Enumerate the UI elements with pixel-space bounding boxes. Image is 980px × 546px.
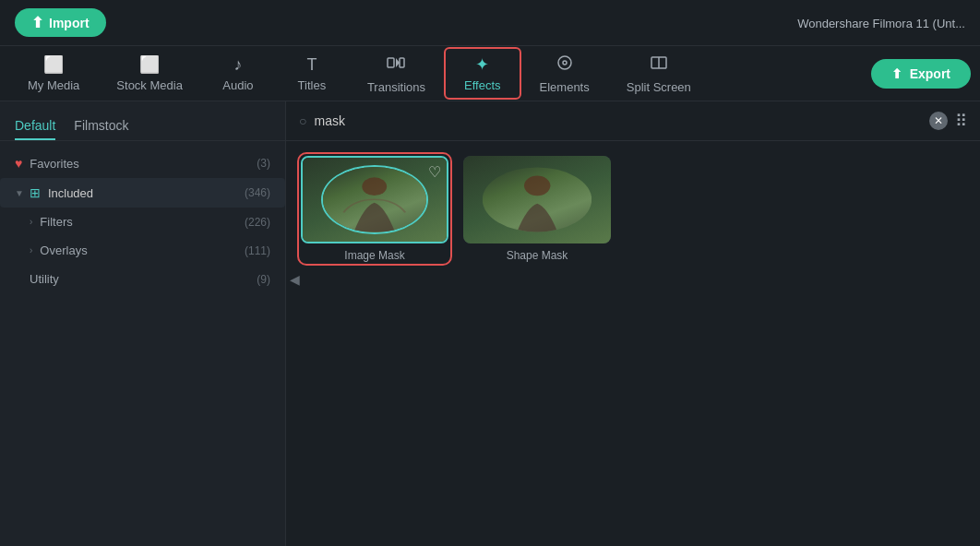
- tab-my-media-label: My Media: [28, 78, 79, 92]
- effects-grid: ♡ Image Mask: [286, 141, 980, 277]
- overlays-count: (111): [245, 244, 270, 257]
- tab-audio-label: Audio: [222, 78, 253, 92]
- tab-split-screen[interactable]: Split Screen: [608, 48, 710, 100]
- utility-label: Utility: [30, 272, 59, 286]
- tab-elements-label: Elements: [540, 80, 590, 94]
- grid-icon: ⊞: [30, 185, 41, 200]
- tab-titles-label: Titles: [298, 78, 327, 92]
- right-panel: ○ ✕ ⠿: [286, 101, 980, 546]
- titles-icon: T: [306, 55, 317, 75]
- tab-audio[interactable]: ♪ Audio: [201, 50, 275, 98]
- overlays-label: Overlays: [40, 243, 87, 257]
- transitions-icon: [387, 53, 405, 77]
- stock-media-icon: ⬜: [139, 54, 160, 75]
- svg-point-3: [558, 56, 571, 69]
- filters-count: (226): [245, 216, 270, 229]
- shape-mask-label: Shape Mask: [507, 249, 568, 262]
- sidebar-item-favorites[interactable]: ♥ Favorites (3): [0, 148, 285, 178]
- svg-rect-2: [400, 58, 404, 67]
- favorites-label: Favorites: [30, 157, 78, 171]
- import-icon: ⬆: [31, 14, 43, 31]
- tab-split-screen-label: Split Screen: [627, 80, 691, 94]
- tab-stock-media-label: Stock Media: [116, 78, 183, 92]
- effect-item-image-mask[interactable]: ♡ Image Mask: [301, 156, 448, 262]
- sidebar-tabs: Default Filmstock: [0, 101, 285, 141]
- split-screen-icon: [650, 53, 668, 77]
- heart-icon: ♥: [15, 156, 22, 171]
- chevron-right-icon-2: ›: [30, 245, 32, 255]
- favorite-toggle-image-mask[interactable]: ♡: [428, 163, 441, 181]
- grid-view-toggle[interactable]: ⠿: [955, 111, 967, 131]
- included-count: (346): [245, 186, 270, 199]
- app-title: Wondershare Filmora 11 (Unt...: [797, 16, 965, 30]
- sidebar-tab-filmstock[interactable]: Filmstock: [74, 113, 128, 140]
- tab-transitions[interactable]: Transitions: [349, 48, 444, 100]
- image-mask-label: Image Mask: [344, 249, 404, 262]
- import-label: Import: [49, 16, 90, 30]
- sidebar-item-utility[interactable]: Utility (9) ◀: [0, 265, 285, 293]
- image-mask-thumb: ♡: [301, 156, 448, 243]
- export-label: Export: [910, 66, 950, 81]
- tab-stock-media[interactable]: ⬜ Stock Media: [98, 49, 201, 98]
- sidebar-item-overlays[interactable]: › Overlays (111): [0, 236, 285, 265]
- my-media-icon: ⬜: [43, 54, 64, 75]
- search-bar: ○ ✕ ⠿: [286, 101, 980, 141]
- elements-icon: [556, 53, 574, 77]
- svg-rect-0: [388, 58, 394, 67]
- import-button[interactable]: ⬆ Import: [15, 8, 106, 37]
- top-bar: ⬆ Import Wondershare Filmora 11 (Unt...: [0, 0, 980, 46]
- sidebar-tab-default-label: Default: [15, 118, 55, 133]
- sidebar-tab-default[interactable]: Default: [15, 113, 55, 140]
- search-icon: ○: [299, 113, 306, 128]
- filters-label: Filters: [40, 215, 72, 229]
- svg-point-7: [363, 177, 388, 196]
- utility-count: (9): [257, 273, 270, 286]
- export-button[interactable]: ⬆ Export: [871, 59, 971, 89]
- favorites-count: (3): [257, 157, 270, 170]
- effect-item-shape-mask[interactable]: Shape Mask: [463, 156, 611, 262]
- included-label: Included: [48, 186, 93, 200]
- chevron-down-icon: ▼: [15, 188, 24, 198]
- main-content: Default Filmstock ♥ Favorites (3) ▼ ⊞ In…: [0, 101, 980, 546]
- tab-transitions-label: Transitions: [367, 80, 425, 94]
- sidebar-tab-filmstock-label: Filmstock: [74, 118, 128, 133]
- sidebar: Default Filmstock ♥ Favorites (3) ▼ ⊞ In…: [0, 101, 286, 546]
- effects-icon: ✦: [475, 54, 489, 75]
- sidebar-list: ♥ Favorites (3) ▼ ⊞ Included (346) › Fil…: [0, 141, 285, 546]
- sidebar-item-filters[interactable]: › Filters (226): [0, 208, 285, 236]
- collapse-arrow[interactable]: ◀: [290, 272, 300, 287]
- tab-effects-label: Effects: [464, 78, 501, 92]
- nav-tabs: ⬜ My Media ⬜ Stock Media ♪ Audio T Title…: [0, 46, 980, 101]
- chevron-right-icon: ›: [30, 217, 32, 227]
- search-input[interactable]: [314, 113, 922, 128]
- search-clear-button[interactable]: ✕: [929, 112, 948, 130]
- tab-elements[interactable]: Elements: [521, 48, 608, 100]
- export-icon: ⬆: [891, 66, 902, 81]
- audio-icon: ♪: [233, 55, 242, 75]
- tab-effects[interactable]: ✦ Effects: [444, 47, 521, 100]
- tab-my-media[interactable]: ⬜ My Media: [9, 49, 98, 98]
- svg-point-4: [563, 61, 567, 65]
- sidebar-item-included[interactable]: ▼ ⊞ Included (346): [0, 178, 285, 208]
- svg-point-8: [524, 175, 550, 196]
- shape-mask-thumb: [463, 156, 611, 243]
- tab-titles[interactable]: T Titles: [275, 50, 349, 98]
